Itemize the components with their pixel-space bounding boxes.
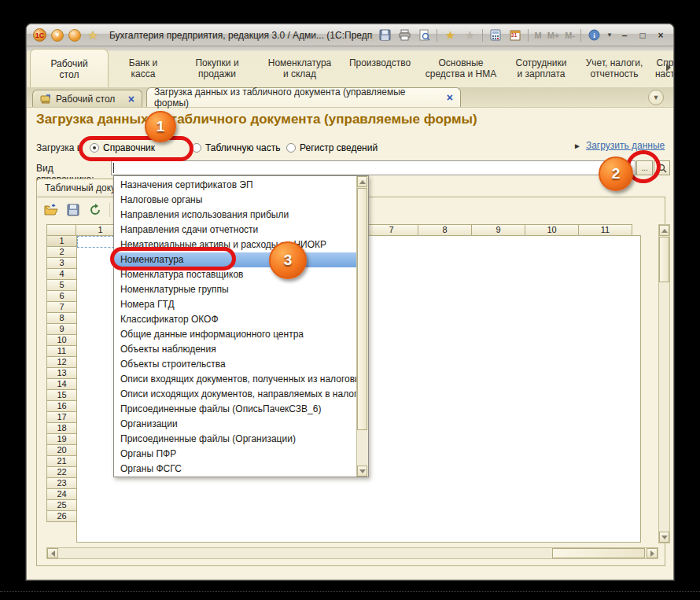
main-tab-2[interactable]: Покупки ипродажи xyxy=(178,51,256,87)
info-dropdown-icon[interactable]: ▼ xyxy=(606,31,613,39)
favorites-star-icon[interactable]: ★ xyxy=(86,28,100,42)
dropdown-item-15[interactable]: Присоединенные файлы (ОписьПачекСЗВ_6) xyxy=(114,402,356,417)
main-tab-4[interactable]: Производство xyxy=(343,51,417,87)
row-header-16[interactable]: 16 xyxy=(46,400,77,412)
row-header-4[interactable]: 4 xyxy=(46,268,77,280)
service-orb-icon[interactable] xyxy=(68,29,81,42)
dropdown-item-16[interactable]: Организации xyxy=(114,417,356,432)
print-icon[interactable] xyxy=(397,28,411,42)
column-header-11[interactable]: 11 xyxy=(578,224,632,236)
scroll-up-button[interactable] xyxy=(659,225,669,236)
dropdown-item-10[interactable]: Общие данные информационного центра xyxy=(114,327,356,342)
main-tab-6[interactable]: Сотрудникии зарплата xyxy=(505,51,577,87)
row-header-24[interactable]: 24 xyxy=(46,488,77,500)
memory-subtract-button[interactable]: M- xyxy=(565,31,575,40)
column-header-9[interactable]: 9 xyxy=(471,224,525,236)
tab-overflow-button[interactable]: ▼ xyxy=(648,90,664,105)
maximize-button[interactable]: □ xyxy=(636,30,649,41)
row-header-3[interactable]: 3 xyxy=(46,257,77,269)
row-header-17[interactable]: 17 xyxy=(46,411,77,423)
row-header-14[interactable]: 14 xyxy=(46,378,77,390)
row-header-25[interactable]: 25 xyxy=(46,499,77,511)
scroll-right-button[interactable] xyxy=(647,548,658,558)
load-data-link[interactable]: ► Загрузить данные xyxy=(573,140,665,151)
memory-add-button[interactable]: M+ xyxy=(547,31,560,40)
close-tab-icon[interactable]: × xyxy=(128,94,134,104)
column-header-7[interactable]: 7 xyxy=(364,224,418,236)
row-header-7[interactable]: 7 xyxy=(46,301,77,313)
dropdown-item-3[interactable]: Направления сдачи отчетности xyxy=(114,223,356,237)
save-icon[interactable] xyxy=(65,203,80,218)
minimize-button[interactable]: – xyxy=(618,30,631,41)
row-header-8[interactable]: 8 xyxy=(46,312,77,324)
dropdown-item-13[interactable]: Описи входящих документов, полученных из… xyxy=(114,372,356,387)
dropdown-item-17[interactable]: Присоединенные файлы (Организации) xyxy=(114,432,356,447)
scroll-thumb[interactable] xyxy=(659,237,669,282)
row-header-1[interactable]: 1 xyxy=(46,235,77,247)
radio-icon[interactable] xyxy=(286,143,296,153)
row-header-13[interactable]: 13 xyxy=(46,367,77,379)
row-header-10[interactable]: 10 xyxy=(46,334,77,346)
scroll-thumb[interactable] xyxy=(552,548,645,558)
memory-recall-button[interactable]: M xyxy=(534,31,541,40)
row-header-15[interactable]: 15 xyxy=(46,389,77,401)
grid-horizontal-scrollbar[interactable] xyxy=(46,547,658,559)
grid-corner-cell[interactable] xyxy=(46,224,77,236)
row-header-11[interactable]: 11 xyxy=(46,345,77,357)
radio-tabular-section[interactable]: Табличную часть xyxy=(192,142,280,153)
row-header-6[interactable]: 6 xyxy=(46,290,77,302)
row-header-2[interactable]: 2 xyxy=(46,246,77,258)
sub-tab-desktop[interactable]: Рабочий стол × xyxy=(32,90,142,107)
tab-scroll-right-icon[interactable] xyxy=(666,64,671,72)
add-favorite-icon[interactable]: ★ xyxy=(443,28,457,42)
main-tab-1[interactable]: Банк икасса xyxy=(109,51,178,87)
scroll-up-button[interactable] xyxy=(357,176,367,187)
main-tab-5[interactable]: Основныесредства и НМА xyxy=(417,51,505,87)
save-icon[interactable] xyxy=(378,28,392,42)
row-header-18[interactable]: 18 xyxy=(46,422,77,434)
dropdown-item-1[interactable]: Налоговые органы xyxy=(114,193,356,208)
dropdown-item-7[interactable]: Номенклатурные группы xyxy=(114,282,356,297)
scroll-down-button[interactable] xyxy=(357,466,367,477)
sub-tab-load-data[interactable]: Загрузка данных из табличного документа … xyxy=(146,87,461,107)
dropdown-item-18[interactable]: Органы ПФР xyxy=(114,447,356,462)
row-header-20[interactable]: 20 xyxy=(46,444,77,456)
calculator-icon[interactable] xyxy=(488,28,503,42)
close-tab-icon[interactable]: × xyxy=(447,93,453,102)
column-header-10[interactable]: 10 xyxy=(525,224,579,236)
row-header-23[interactable]: 23 xyxy=(46,477,77,489)
print-preview-icon[interactable] xyxy=(417,28,431,42)
dropdown-scrollbar[interactable] xyxy=(356,176,368,477)
main-tab-7[interactable]: Учет, налоги,отчетность xyxy=(577,51,651,87)
calendar-icon[interactable]: 31 xyxy=(508,28,522,42)
row-header-12[interactable]: 12 xyxy=(46,356,77,368)
main-menu-dropdown-icon[interactable]: ▼ xyxy=(51,29,64,42)
row-header-22[interactable]: 22 xyxy=(46,466,77,478)
grid-vertical-scrollbar[interactable] xyxy=(658,224,670,543)
row-header-26[interactable]: 26 xyxy=(46,510,77,522)
column-header-8[interactable]: 8 xyxy=(418,224,472,236)
scroll-left-button[interactable] xyxy=(47,548,58,558)
row-header-9[interactable]: 9 xyxy=(46,323,77,335)
info-icon[interactable]: i xyxy=(587,28,601,42)
radio-information-register[interactable]: Регистр сведений xyxy=(286,142,378,153)
main-tab-0[interactable]: Рабочийстол xyxy=(30,49,109,87)
row-header-21[interactable]: 21 xyxy=(46,455,77,467)
scroll-down-button[interactable] xyxy=(659,532,669,543)
catalog-kind-input[interactable] xyxy=(111,160,636,175)
scroll-thumb[interactable] xyxy=(357,188,367,430)
refresh-icon[interactable] xyxy=(87,203,102,218)
dropdown-item-0[interactable]: Назначения сертификатов ЭП xyxy=(114,178,356,193)
open-file-icon[interactable] xyxy=(43,203,58,218)
dropdown-item-12[interactable]: Объекты строительства xyxy=(114,357,356,372)
dropdown-item-19[interactable]: Органы ФСГС xyxy=(114,462,356,477)
dropdown-item-2[interactable]: Направления использования прибыли xyxy=(114,208,356,223)
dropdown-item-14[interactable]: Описи исходящих документов, направляемых… xyxy=(114,387,356,402)
close-button[interactable]: × xyxy=(654,30,667,41)
dropdown-item-8[interactable]: Номера ГТД xyxy=(114,297,356,312)
dropdown-item-11[interactable]: Объекты наблюдения xyxy=(114,342,356,357)
main-tab-3[interactable]: Номенклатураи склад xyxy=(256,51,343,87)
row-header-19[interactable]: 19 xyxy=(46,433,77,445)
row-header-5[interactable]: 5 xyxy=(46,279,77,291)
dropdown-item-9[interactable]: Классификатор ОКОФ xyxy=(114,312,356,327)
